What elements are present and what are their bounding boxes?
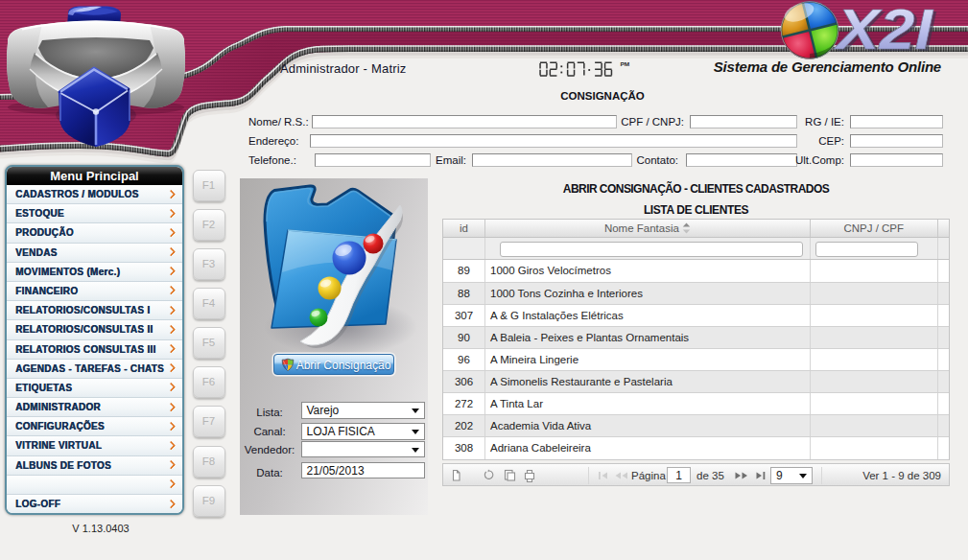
svg-text:X2I: X2I: [834, 0, 934, 60]
svg-text:PM: PM: [621, 61, 630, 68]
